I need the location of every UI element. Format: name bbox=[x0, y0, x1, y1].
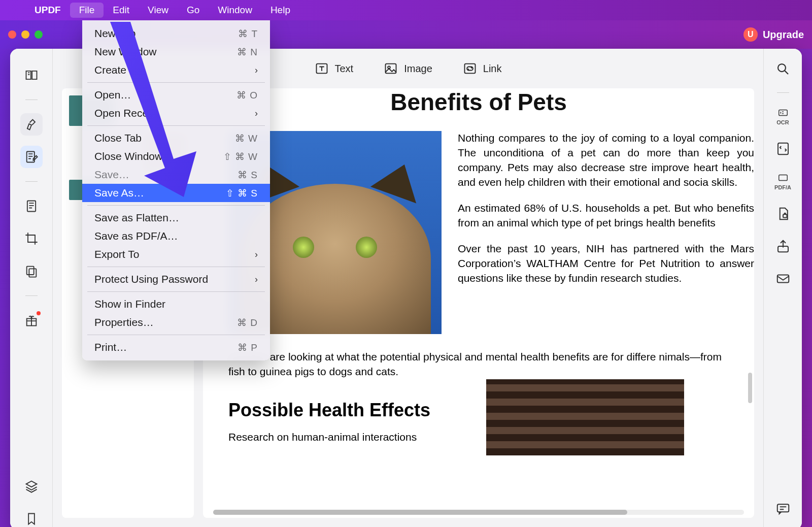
image-tool[interactable]: Image bbox=[384, 61, 432, 76]
file-menu-item-export-to[interactable]: Export To› bbox=[82, 245, 270, 264]
file-menu-item-open[interactable]: Open…⌘ O bbox=[82, 86, 270, 104]
share-button[interactable] bbox=[772, 237, 794, 255]
minimize-window-button[interactable] bbox=[21, 30, 29, 39]
menu-item-label: Close Window bbox=[94, 150, 162, 162]
svg-rect-13 bbox=[783, 214, 787, 217]
crop-icon bbox=[24, 232, 39, 246]
upgrade-button[interactable]: U Upgrade bbox=[743, 27, 804, 42]
menu-item-label: Create bbox=[94, 64, 126, 76]
document-heading: Possible Health Effects bbox=[228, 379, 456, 431]
menu-item-shortcut: ⌘ N bbox=[237, 46, 258, 58]
form-icon bbox=[24, 199, 39, 213]
menu-item-shortcut: ⌘ D bbox=[237, 317, 258, 328]
vertical-scrollbar[interactable] bbox=[748, 373, 752, 403]
menubar: UPDF File Edit View Go Window Help bbox=[0, 0, 812, 20]
file-menu-item-show-in-finder[interactable]: Show in Finder bbox=[82, 295, 270, 313]
file-menu-item-new-tab[interactable]: New Tab⌘ T bbox=[82, 24, 270, 43]
svg-rect-10 bbox=[779, 110, 787, 116]
file-menu-item-close-window[interactable]: Close Window⇧ ⌘ W bbox=[82, 147, 270, 166]
document-paragraph: Nothing compares to the joy of coming to… bbox=[458, 131, 754, 190]
scrollbar-thumb[interactable] bbox=[213, 510, 627, 515]
svg-rect-11 bbox=[778, 143, 788, 155]
file-menu-item-save-as[interactable]: Save As…⇧ ⌘ S bbox=[82, 184, 270, 202]
gift-tool[interactable] bbox=[20, 309, 43, 332]
file-menu-item-properties[interactable]: Properties…⌘ D bbox=[82, 313, 270, 332]
menu-item-label: Save… bbox=[94, 169, 129, 181]
menu-separator bbox=[87, 335, 265, 335]
edit-page-icon bbox=[24, 150, 39, 164]
menubar-item-file[interactable]: File bbox=[70, 3, 104, 18]
text-tool-label: Text bbox=[335, 63, 354, 75]
ocr-button[interactable]: OCR bbox=[772, 107, 794, 125]
mail-button[interactable] bbox=[772, 270, 794, 288]
menubar-item-edit[interactable]: Edit bbox=[104, 3, 139, 18]
edit-tool[interactable] bbox=[20, 146, 43, 168]
left-toolbar bbox=[10, 49, 53, 527]
file-menu-item-close-tab[interactable]: Close Tab⌘ W bbox=[82, 129, 270, 147]
menu-item-shortcut: ⇧ ⌘ W bbox=[223, 151, 258, 162]
bookmark-tool[interactable] bbox=[20, 508, 43, 527]
menu-item-label: Properties… bbox=[94, 316, 154, 328]
menubar-item-view[interactable]: View bbox=[139, 3, 178, 18]
highlight-tool[interactable] bbox=[20, 113, 43, 136]
pdfa-button[interactable]: PDF/A bbox=[772, 172, 794, 190]
page-viewport[interactable]: Benefits of Pets Nothing compares to t bbox=[203, 88, 754, 518]
bookmark-icon bbox=[24, 512, 39, 526]
pdfa-icon bbox=[776, 172, 790, 183]
menubar-app[interactable]: UPDF bbox=[25, 3, 70, 18]
menubar-item-window[interactable]: Window bbox=[209, 3, 261, 18]
file-menu-item-save[interactable]: Save…⌘ S bbox=[82, 166, 270, 184]
file-menu[interactable]: New Tab⌘ TNew Window⌘ NCreate›Open…⌘ OOp… bbox=[82, 20, 270, 360]
menu-item-label: New Tab bbox=[94, 27, 136, 40]
file-menu-item-new-window[interactable]: New Window⌘ N bbox=[82, 43, 270, 61]
menu-item-label: Save as Flatten… bbox=[94, 212, 179, 224]
horizontal-scrollbar[interactable] bbox=[213, 510, 744, 515]
layers-tool[interactable] bbox=[20, 475, 43, 498]
svg-rect-8 bbox=[464, 64, 475, 74]
text-tool[interactable]: Text bbox=[315, 61, 354, 76]
link-icon bbox=[463, 61, 477, 76]
crop-tool[interactable] bbox=[20, 227, 43, 250]
comment-button[interactable] bbox=[772, 500, 794, 518]
file-menu-item-save-as-pdf-a[interactable]: Save as PDF/A… bbox=[82, 227, 270, 245]
menubar-item-help[interactable]: Help bbox=[261, 3, 299, 18]
file-menu-item-save-as-flatten[interactable]: Save as Flatten… bbox=[82, 209, 270, 227]
menubar-item-go[interactable]: Go bbox=[178, 3, 209, 18]
form-tool[interactable] bbox=[20, 195, 43, 217]
file-menu-item-open-recent[interactable]: Open Recent› bbox=[82, 104, 270, 122]
window-controls bbox=[8, 30, 43, 39]
ocr-label: OCR bbox=[776, 119, 789, 125]
reader-tool[interactable] bbox=[20, 64, 43, 86]
file-menu-item-create[interactable]: Create› bbox=[82, 61, 270, 79]
gift-icon bbox=[24, 313, 39, 327]
menu-item-label: Save as PDF/A… bbox=[94, 230, 178, 242]
organize-tool[interactable] bbox=[20, 260, 43, 282]
search-button[interactable] bbox=[772, 60, 794, 78]
maximize-window-button[interactable] bbox=[35, 30, 43, 39]
right-toolbar: OCR PDF/A bbox=[763, 49, 802, 527]
svg-rect-3 bbox=[29, 269, 36, 277]
link-tool-label: Link bbox=[483, 63, 502, 75]
page: Benefits of Pets Nothing compares to t bbox=[203, 88, 754, 518]
image-icon bbox=[384, 61, 398, 76]
svg-rect-16 bbox=[777, 504, 789, 512]
link-tool[interactable]: Link bbox=[463, 61, 502, 76]
menu-item-shortcut: ⇧ ⌘ S bbox=[226, 187, 258, 199]
menu-item-label: Close Tab bbox=[94, 132, 142, 144]
file-menu-item-protect-using-password[interactable]: Protect Using Password› bbox=[82, 270, 270, 288]
chevron-right-icon: › bbox=[255, 108, 258, 119]
search-icon bbox=[775, 61, 791, 77]
document-paragraph: cientists are looking at what the potent… bbox=[203, 349, 754, 379]
share-icon bbox=[775, 239, 791, 254]
close-window-button[interactable] bbox=[8, 30, 16, 39]
menu-item-shortcut: ⌘ S bbox=[238, 169, 258, 181]
layers-icon bbox=[24, 479, 39, 493]
convert-icon bbox=[775, 141, 791, 156]
file-menu-item-print[interactable]: Print…⌘ P bbox=[82, 338, 270, 356]
menu-separator bbox=[87, 125, 265, 126]
document-paragraph: An estimated 68% of U.S. households a pe… bbox=[458, 201, 754, 230]
convert-button[interactable] bbox=[772, 140, 794, 158]
document-image-shutters bbox=[486, 379, 684, 455]
pages-icon bbox=[24, 264, 39, 278]
protect-button[interactable] bbox=[772, 205, 794, 223]
